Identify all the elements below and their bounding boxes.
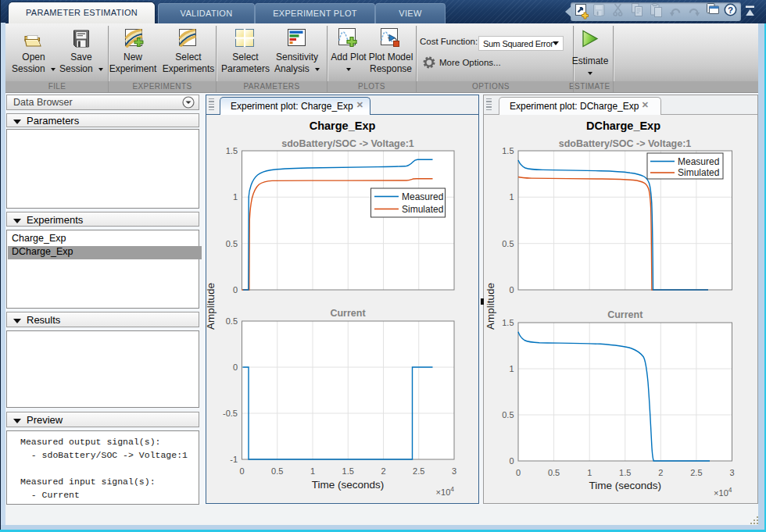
svg-text:0.5: 0.5: [502, 239, 514, 248]
svg-text:1: 1: [509, 364, 514, 373]
svg-text:0: 0: [233, 285, 238, 295]
svg-text:0: 0: [516, 468, 521, 477]
svg-text:Amplitude: Amplitude: [206, 283, 217, 330]
svg-text:1: 1: [587, 468, 592, 477]
svg-text:-1: -1: [230, 455, 238, 464]
svg-text:1.5: 1.5: [619, 468, 631, 477]
svg-text:-0.5: -0.5: [223, 409, 238, 418]
svg-text:Current: Current: [607, 309, 643, 320]
svg-text:1.5: 1.5: [226, 146, 238, 155]
svg-text:Amplitude: Amplitude: [485, 283, 496, 330]
svg-text:1: 1: [233, 192, 238, 202]
svg-text:Simulated: Simulated: [678, 167, 719, 178]
svg-text:0.5: 0.5: [226, 316, 238, 326]
svg-text:×104: ×104: [714, 486, 732, 498]
svg-text:×104: ×104: [436, 485, 455, 497]
svg-text:Charge_Exp: Charge_Exp: [310, 120, 376, 132]
svg-text:1.5: 1.5: [342, 466, 354, 476]
svg-text:Time (seconds): Time (seconds): [312, 479, 385, 491]
svg-text:0: 0: [509, 285, 514, 295]
svg-text:0: 0: [233, 362, 238, 372]
svg-text:0.5: 0.5: [502, 410, 514, 420]
svg-text:3: 3: [729, 468, 734, 477]
svg-text:?: ?: [728, 5, 733, 15]
svg-text:2: 2: [381, 466, 385, 476]
svg-text:Time (seconds): Time (seconds): [589, 480, 661, 491]
svg-text:Measured: Measured: [402, 191, 443, 202]
svg-text:0.5: 0.5: [271, 466, 283, 476]
svg-text:Simulated: Simulated: [402, 204, 443, 215]
svg-text:sdoBattery/SOC -> Voltage:1: sdoBattery/SOC -> Voltage:1: [559, 138, 692, 149]
svg-text:2.5: 2.5: [413, 466, 424, 476]
svg-text:1.5: 1.5: [502, 318, 514, 327]
svg-text:1: 1: [310, 466, 315, 476]
svg-text:2: 2: [658, 468, 663, 477]
svg-text:Current: Current: [330, 308, 366, 319]
svg-text:0: 0: [509, 456, 514, 466]
svg-text:0.5: 0.5: [226, 239, 238, 248]
svg-text:0: 0: [239, 466, 244, 476]
svg-text:Measured: Measured: [678, 156, 719, 167]
svg-text:3: 3: [452, 466, 456, 476]
svg-text:2.5: 2.5: [690, 468, 702, 477]
svg-text:1: 1: [509, 192, 514, 202]
svg-text:sdoBattery/SOC -> Voltage:1: sdoBattery/SOC -> Voltage:1: [281, 138, 414, 149]
svg-text:DCharge_Exp: DCharge_Exp: [586, 120, 660, 132]
svg-text:0.5: 0.5: [548, 468, 560, 477]
svg-text:1.5: 1.5: [502, 146, 514, 155]
